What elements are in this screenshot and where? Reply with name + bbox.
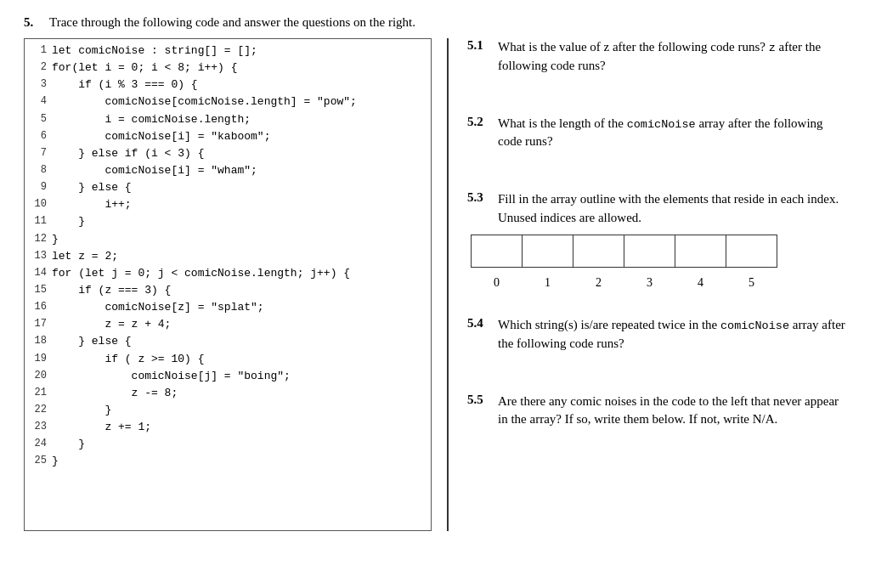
line-content: z += 1; bbox=[52, 419, 151, 436]
sq52-answer-space bbox=[467, 155, 846, 178]
code-line-1: 1let comicNoise : string[] = []; bbox=[28, 42, 424, 59]
array-outline-table: 0 1 2 3 4 5 bbox=[471, 235, 777, 300]
code-line-21: 21 z -= 8; bbox=[28, 385, 424, 402]
line-content: } else { bbox=[52, 179, 132, 196]
line-content: } else { bbox=[52, 333, 132, 350]
line-number: 1 bbox=[28, 42, 47, 59]
line-number: 3 bbox=[28, 76, 47, 93]
code-line-18: 18 } else { bbox=[28, 333, 424, 350]
array-index-2: 2 bbox=[573, 267, 624, 299]
line-number: 17 bbox=[28, 316, 47, 333]
line-number: 18 bbox=[28, 333, 47, 350]
line-content: } bbox=[52, 436, 85, 453]
line-number: 13 bbox=[28, 248, 47, 265]
code-line-15: 15 if (z === 3) { bbox=[28, 282, 424, 299]
line-content: } bbox=[52, 213, 85, 230]
code-line-11: 11 } bbox=[28, 213, 424, 230]
sq52-header: 5.2 What is the length of the comicNoise… bbox=[467, 115, 846, 152]
line-number: 11 bbox=[28, 213, 47, 230]
sq52-mono-comicNoise: comicNoise bbox=[627, 118, 696, 131]
subquestion-54: 5.4 Which string(s) is/are repeated twic… bbox=[467, 316, 846, 381]
code-line-7: 7 } else if (i < 3) { bbox=[28, 145, 424, 162]
line-number: 4 bbox=[28, 93, 47, 110]
line-content: i++; bbox=[52, 196, 132, 213]
code-line-2: 2for(let i = 0; i < 8; i++) { bbox=[28, 59, 424, 76]
line-number: 7 bbox=[28, 145, 47, 162]
line-content: comicNoise[z] = "splat"; bbox=[52, 299, 264, 316]
problem-header: 5. Trace through the following code and … bbox=[24, 15, 846, 30]
sq53-text: Fill in the array outline with the eleme… bbox=[498, 190, 846, 228]
code-line-6: 6 comicNoise[i] = "kaboom"; bbox=[28, 128, 424, 145]
line-number: 22 bbox=[28, 402, 47, 419]
code-line-17: 17 z = z + 4; bbox=[28, 316, 424, 333]
line-content: comicNoise[i] = "wham"; bbox=[52, 162, 257, 179]
sq51-answer-space bbox=[467, 79, 846, 103]
line-content: z -= 8; bbox=[52, 385, 178, 402]
code-line-20: 20 comicNoise[j] = "boing"; bbox=[28, 368, 424, 385]
line-content: for (let j = 0; j < comicNoise.length; j… bbox=[52, 265, 350, 282]
array-cell-1 bbox=[523, 235, 573, 267]
array-index-0: 0 bbox=[472, 267, 523, 299]
code-line-19: 19 if ( z >= 10) { bbox=[28, 351, 424, 368]
vertical-divider bbox=[447, 38, 449, 531]
line-number: 19 bbox=[28, 351, 47, 368]
sq53-number: 5.3 bbox=[467, 190, 493, 205]
sq53-header: 5.3 Fill in the array outline with the e… bbox=[467, 190, 846, 228]
subquestion-51: 5.1 What is the value of z after the fol… bbox=[467, 38, 846, 103]
line-number: 16 bbox=[28, 299, 47, 316]
line-number: 20 bbox=[28, 368, 47, 385]
array-cell-5 bbox=[726, 235, 777, 267]
sq54-number: 5.4 bbox=[467, 316, 493, 331]
code-line-9: 9 } else { bbox=[28, 179, 424, 196]
line-content: for(let i = 0; i < 8; i++) { bbox=[52, 59, 237, 76]
code-line-10: 10 i++; bbox=[28, 196, 424, 213]
array-cells-row bbox=[472, 235, 777, 267]
subquestion-53: 5.3 Fill in the array outline with the e… bbox=[467, 190, 846, 304]
line-number: 5 bbox=[28, 111, 47, 128]
line-content: comicNoise[comicNoise.length] = "pow"; bbox=[52, 93, 357, 110]
line-number: 12 bbox=[28, 231, 47, 248]
code-line-14: 14for (let j = 0; j < comicNoise.length;… bbox=[28, 265, 424, 282]
array-cell-2 bbox=[573, 235, 624, 267]
line-content: } bbox=[52, 453, 59, 470]
array-cell-0 bbox=[472, 235, 523, 267]
questions-section: 5.1 What is the value of z after the fol… bbox=[464, 38, 846, 531]
line-content: comicNoise[j] = "boing"; bbox=[52, 368, 291, 385]
array-index-row: 0 1 2 3 4 5 bbox=[472, 267, 777, 299]
array-index-5: 5 bbox=[726, 267, 777, 299]
line-content: i = comicNoise.length; bbox=[52, 111, 251, 128]
line-content: if (i % 3 === 0) { bbox=[52, 76, 198, 93]
line-content: let z = 2; bbox=[52, 248, 118, 265]
array-index-1: 1 bbox=[523, 267, 573, 299]
sq55-text: Are there any comic noises in the code t… bbox=[498, 393, 846, 430]
sq54-header: 5.4 Which string(s) is/are repeated twic… bbox=[467, 316, 846, 353]
problem-instruction: Trace through the following code and ans… bbox=[49, 15, 415, 30]
line-number: 8 bbox=[28, 162, 47, 179]
subquestion-55: 5.5 Are there any comic noises in the co… bbox=[467, 393, 846, 457]
line-number: 23 bbox=[28, 419, 47, 436]
line-number: 15 bbox=[28, 282, 47, 299]
sq51-header: 5.1 What is the value of z after the fol… bbox=[467, 38, 846, 76]
sq55-number: 5.5 bbox=[467, 393, 493, 407]
sq51-mono-z: z bbox=[769, 42, 776, 54]
code-line-4: 4 comicNoise[comicNoise.length] = "pow"; bbox=[28, 93, 424, 110]
line-content: if ( z >= 10) { bbox=[52, 351, 204, 368]
code-line-16: 16 comicNoise[z] = "splat"; bbox=[28, 299, 424, 316]
line-number: 21 bbox=[28, 385, 47, 402]
sq55-header: 5.5 Are there any comic noises in the co… bbox=[467, 393, 846, 430]
sq51-text: What is the value of z after the followi… bbox=[498, 38, 846, 76]
code-line-25: 25} bbox=[28, 453, 424, 470]
code-line-22: 22 } bbox=[28, 402, 424, 419]
sq52-number: 5.2 bbox=[467, 115, 493, 129]
line-number: 25 bbox=[28, 453, 47, 470]
sq51-number: 5.1 bbox=[467, 38, 493, 53]
main-content: 1let comicNoise : string[] = [];2for(let… bbox=[24, 38, 846, 531]
sq54-answer-space bbox=[467, 357, 846, 381]
line-number: 24 bbox=[28, 436, 47, 453]
array-index-4: 4 bbox=[675, 267, 726, 299]
line-number: 2 bbox=[28, 59, 47, 76]
code-line-13: 13let z = 2; bbox=[28, 248, 424, 265]
line-number: 9 bbox=[28, 179, 47, 196]
array-cell-3 bbox=[624, 235, 675, 267]
line-content: } bbox=[52, 402, 111, 419]
